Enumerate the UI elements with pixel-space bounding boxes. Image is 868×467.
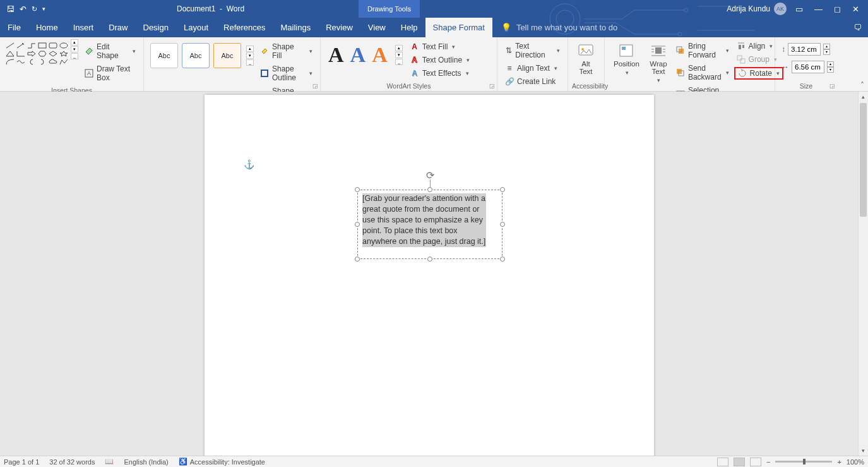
style-scroll-down-icon[interactable]: ▾ (246, 52, 254, 59)
bring-forward-button[interactable]: Bring Forward▾ (674, 40, 732, 61)
shape-arrow-icon[interactable] (16, 42, 25, 49)
resize-handle-se[interactable] (500, 257, 505, 262)
tab-mailings[interactable]: Mailings (273, 18, 319, 37)
text-box-selection[interactable]: ⟳ [Grab your reader's attention with a g… (357, 190, 502, 259)
resize-handle-ne[interactable] (500, 187, 505, 192)
tab-draw[interactable]: Draw (101, 18, 135, 37)
zoom-out-icon[interactable]: − (766, 458, 770, 466)
wordart-thumb-2[interactable]: A (350, 43, 366, 67)
shape-brace-r-icon[interactable] (37, 58, 47, 65)
tab-layout[interactable]: Layout (176, 18, 216, 37)
scroll-thumb[interactable] (860, 103, 867, 217)
shape-freeform-icon[interactable] (59, 58, 68, 65)
height-input[interactable] (788, 43, 821, 56)
qat-customize-icon[interactable]: ▾ (42, 6, 45, 12)
scroll-down-icon[interactable]: ▾ (859, 446, 868, 456)
shape-hexagon-icon[interactable] (37, 50, 47, 57)
scroll-up-icon[interactable]: ▴ (859, 92, 868, 102)
zoom-slider-thumb[interactable] (803, 459, 806, 464)
resize-handle-n[interactable] (427, 187, 432, 192)
wa-scroll-down-icon[interactable]: ▾ (395, 52, 403, 58)
send-backward-button[interactable]: Send Backward▾ (674, 63, 732, 83)
shape-arrowblock-icon[interactable] (27, 50, 36, 57)
shape-roundrect-icon[interactable] (48, 42, 57, 49)
width-spinner[interactable]: ▴▾ (827, 61, 834, 73)
edit-shape-button[interactable]: Edit Shape▾ (82, 41, 138, 61)
wordart-thumb-1[interactable]: A (328, 43, 344, 67)
wordart-gallery[interactable]: A A A ▴ ▾ ⎯ (324, 39, 407, 71)
position-button[interactable]: Position▾ (609, 39, 645, 76)
zoom-slider[interactable] (775, 461, 832, 463)
tab-home[interactable]: Home (28, 18, 66, 37)
user-account[interactable]: Adrija Kundu AK (727, 3, 787, 15)
vertical-scrollbar[interactable]: ▴ ▾ (858, 92, 868, 456)
shape-brace-l-icon[interactable] (27, 58, 36, 65)
shapes-scroll-down-icon[interactable]: ▾ (71, 46, 78, 52)
status-spellcheck[interactable]: 📖 (105, 458, 114, 466)
height-down-icon[interactable]: ▾ (823, 49, 830, 55)
tab-references[interactable]: References (216, 18, 273, 37)
resize-handle-w[interactable] (355, 222, 360, 227)
wrap-text-button[interactable]: Wrap Text▾ (645, 39, 672, 83)
ribbon-display-icon[interactable]: ▭ (793, 4, 806, 14)
height-control[interactable]: ↕ ▴▾ (782, 43, 834, 56)
shapes-more-icon[interactable]: ⎯ (71, 53, 78, 59)
tell-me[interactable]: 💡 Tell me what you want to do (492, 18, 617, 37)
resize-handle-s[interactable] (427, 257, 432, 262)
tab-design[interactable]: Design (136, 18, 176, 37)
shape-arc-icon[interactable] (5, 58, 15, 65)
shape-outline-button[interactable]: Shape Outline▾ (258, 63, 315, 83)
maximize-icon[interactable]: ◻ (831, 4, 843, 14)
zoom-in-icon[interactable]: + (837, 458, 841, 466)
style-thumb-3[interactable]: Abc (213, 43, 241, 68)
width-control[interactable]: ↔ ▴▾ (782, 61, 834, 73)
shape-cloud-icon[interactable] (48, 58, 57, 65)
status-language[interactable]: English (India) (124, 458, 168, 466)
style-gallery-scroll[interactable]: ▴ ▾ ⎯ (246, 45, 254, 66)
resize-handle-nw[interactable] (355, 187, 360, 192)
zoom-level[interactable]: 100% (847, 458, 864, 466)
shapes-gallery[interactable] (4, 39, 69, 68)
shape-elbow-icon[interactable] (16, 50, 25, 57)
resize-handle-sw[interactable] (355, 257, 360, 262)
create-link-button[interactable]: 🔗Create Link (502, 76, 562, 87)
undo-icon[interactable]: ↶ (20, 4, 27, 14)
shape-rect-icon[interactable] (37, 42, 47, 49)
save-icon[interactable]: 🖫 (6, 4, 15, 14)
height-spinner[interactable]: ▴▾ (823, 44, 830, 55)
draw-text-box-button[interactable]: A Draw Text Box (82, 63, 138, 83)
shape-star-icon[interactable] (59, 50, 68, 57)
shape-fill-button[interactable]: Shape Fill▾ (258, 41, 315, 61)
shapes-scroll-up-icon[interactable]: ▴ (71, 39, 78, 45)
shape-triangle-icon[interactable] (5, 50, 15, 57)
minimize-icon[interactable]: — (812, 4, 825, 14)
web-layout-icon[interactable] (750, 458, 761, 466)
print-layout-icon[interactable] (734, 458, 745, 466)
shapes-gallery-scroll[interactable]: ▴ ▾ ⎯ (71, 39, 78, 59)
shape-oval-icon[interactable] (59, 42, 68, 49)
text-effects-button[interactable]: AText Effects▾ (408, 68, 472, 79)
wordart-launcher-icon[interactable]: ◲ (489, 83, 495, 89)
width-down-icon[interactable]: ▾ (827, 67, 834, 73)
size-launcher-icon[interactable]: ◲ (829, 83, 835, 89)
tab-shape-format[interactable]: Shape Format (425, 18, 492, 37)
width-input[interactable] (792, 61, 824, 73)
tab-review[interactable]: Review (318, 18, 360, 37)
text-fill-button[interactable]: AText Fill▾ (408, 41, 472, 52)
align-text-button[interactable]: ≡Align Text▾ (502, 63, 562, 74)
style-more-icon[interactable]: ⎯ (246, 59, 254, 66)
shape-line-icon[interactable] (5, 42, 15, 49)
comments-icon[interactable]: 🗨 (853, 18, 868, 37)
wa-scroll-up-icon[interactable]: ▴ (395, 45, 403, 51)
text-direction-button[interactable]: ⇅Text Direction▾ (502, 40, 562, 61)
status-page[interactable]: Page 1 of 1 (4, 458, 39, 466)
shape-style-gallery[interactable]: Abc Abc Abc ▴ ▾ ⎯ (148, 39, 256, 72)
status-words[interactable]: 32 of 32 words (49, 458, 95, 466)
shape-curve-icon[interactable] (16, 58, 25, 65)
wordart-gallery-scroll[interactable]: ▴ ▾ ⎯ (395, 45, 403, 65)
width-up-icon[interactable]: ▴ (827, 61, 834, 67)
style-thumb-2[interactable]: Abc (182, 43, 210, 68)
status-accessibility[interactable]: ♿Accessibility: Investigate (179, 458, 265, 466)
style-thumb-1[interactable]: Abc (150, 43, 178, 68)
collapse-ribbon-icon[interactable]: ˄ (860, 81, 864, 90)
